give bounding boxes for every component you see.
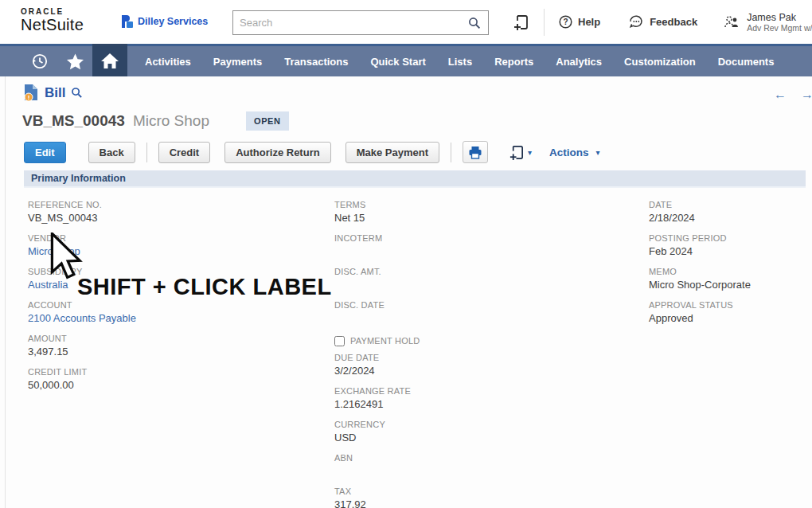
nav-item-payments[interactable]: Payments <box>202 46 273 76</box>
field-value: 1.2162491 <box>334 398 597 410</box>
edit-button[interactable]: Edit <box>24 142 66 163</box>
field-label[interactable]: ABN <box>334 448 597 463</box>
field-label[interactable]: APPROVAL STATUS <box>649 295 812 310</box>
record-name: Micro Shop <box>133 112 209 130</box>
nav-item-documents[interactable]: Documents <box>707 46 786 76</box>
shortcuts-button[interactable] <box>57 46 92 76</box>
netsuite-bill-page: ORACLE NetSuite Dilley Services <box>0 0 812 508</box>
make-payment-button[interactable]: Make Payment <box>345 142 439 163</box>
print-icon <box>468 146 482 159</box>
field-account: ACCOUNT 2100 Accounts Payable <box>28 295 291 329</box>
field-label[interactable]: CREDIT LIMIT <box>28 362 291 377</box>
field-disc-amt: DISC. AMT. <box>334 262 597 295</box>
field-label[interactable]: POSTING PERIOD <box>649 229 812 243</box>
chevron-down-icon: ▾ <box>596 148 600 157</box>
record-pagination: ← → <box>774 88 812 102</box>
search-icon[interactable] <box>468 17 481 29</box>
quick-create-icon[interactable] <box>513 14 529 31</box>
field-label[interactable]: DISC. DATE <box>334 295 597 310</box>
field-terms: TERMS Net 15 <box>334 195 597 229</box>
field-label[interactable]: AMOUNT <box>28 329 291 343</box>
field-value: Feb 2024 <box>649 245 812 257</box>
field-label[interactable]: TAX <box>334 482 597 496</box>
authorize-return-button[interactable]: Authorize Return <box>224 142 330 163</box>
previous-record-icon[interactable]: ← <box>774 88 787 102</box>
bill-record-icon: ! <box>24 84 39 102</box>
main-navbar: Activities Payments Transactions Quick S… <box>0 44 812 76</box>
field-label[interactable]: DISC. AMT. <box>334 262 597 276</box>
field-exchange-rate: EXCHANGE RATE 1.2162491 <box>334 381 597 415</box>
field-label[interactable]: TERMS <box>334 195 597 209</box>
record-title-row: VB_MS_00043 Micro Shop OPEN <box>22 111 289 131</box>
new-record-icon <box>509 144 525 161</box>
nav-item-quick-start[interactable]: Quick Start <box>359 46 436 76</box>
home-icon <box>100 52 119 69</box>
nav-item-activities[interactable]: Activities <box>134 46 202 76</box>
field-label[interactable]: MEMO <box>649 262 812 276</box>
header-actions: ? Help Feedback James Pak <box>502 0 812 44</box>
user-identity: James Pak Adv Rev Mgmt w/ M <box>747 12 812 33</box>
nav-item-customization[interactable]: Customization <box>613 46 707 76</box>
chevron-down-icon: ▾ <box>528 148 532 157</box>
user-name: James Pak <box>747 12 812 23</box>
company-switcher[interactable]: Dilley Services <box>121 15 208 28</box>
star-icon <box>66 53 84 70</box>
top-header: ORACLE NetSuite Dilley Services <box>0 0 812 44</box>
credit-button[interactable]: Credit <box>158 142 211 163</box>
primary-information-section-header[interactable]: Primary Information <box>24 170 806 188</box>
recent-records-icon <box>31 53 49 70</box>
field-label[interactable]: INCOTERM <box>334 229 597 243</box>
field-value-link[interactable]: 2100 Accounts Payable <box>28 312 291 324</box>
field-label[interactable]: DATE <box>649 195 812 209</box>
field-label[interactable]: CURRENCY <box>334 415 597 429</box>
new-record-menu[interactable]: ▾ <box>509 144 532 161</box>
status-badge: OPEN <box>246 111 289 131</box>
toolbar-divider-2 <box>451 143 451 162</box>
help-button[interactable]: ? Help <box>559 15 600 29</box>
home-tab[interactable] <box>92 44 127 76</box>
help-icon: ? <box>559 15 572 29</box>
roles-icon <box>723 14 740 30</box>
svg-text:!: ! <box>28 94 30 101</box>
print-button[interactable] <box>463 141 488 163</box>
actions-menu[interactable]: Actions ▾ <box>549 147 600 158</box>
field-credit-limit: CREDIT LIMIT 50,000.00 <box>28 362 291 396</box>
field-column-3: DATE 2/18/2024 POSTING PERIOD Feb 2024 M… <box>649 195 812 329</box>
record-search-icon[interactable] <box>71 87 83 99</box>
field-value-link[interactable]: Micro Shop <box>28 245 291 257</box>
field-currency: CURRENCY USD <box>334 415 597 448</box>
global-search[interactable] <box>232 10 489 35</box>
field-posting-period: POSTING PERIOD Feb 2024 <box>649 229 812 262</box>
field-value: VB_MS_00043 <box>28 212 291 224</box>
field-reference-no: REFERENCE NO. VB_MS_00043 <box>28 195 291 229</box>
user-menu[interactable]: James Pak Adv Rev Mgmt w/ M <box>723 12 812 33</box>
field-incoterm: INCOTERM <box>334 229 597 262</box>
field-label[interactable]: VENDOR <box>28 229 291 243</box>
field-label[interactable]: DUE DATE <box>334 348 597 362</box>
record-type-header: ! Bill <box>24 84 83 102</box>
field-value: Micro Shop-Corporate <box>649 279 812 291</box>
nav-item-analytics[interactable]: Analytics <box>545 46 613 76</box>
field-label[interactable]: EXCHANGE RATE <box>334 381 597 396</box>
recent-records-button[interactable] <box>22 46 57 76</box>
search-input[interactable] <box>233 17 468 29</box>
back-button[interactable]: Back <box>88 142 135 163</box>
feedback-icon <box>629 15 644 29</box>
field-due-date: DUE DATE 3/2/2024 <box>334 348 597 381</box>
field-column-2: TERMS Net 15 INCOTERM DISC. AMT. DISC. D… <box>334 195 597 508</box>
field-value: 3,497.15 <box>28 346 291 358</box>
record-toolbar: Edit Back Credit Authorize Return Make P… <box>24 141 600 163</box>
nav-item-transactions[interactable]: Transactions <box>273 46 359 76</box>
field-label[interactable]: REFERENCE NO. <box>28 195 291 209</box>
nav-item-lists[interactable]: Lists <box>437 46 483 76</box>
next-record-icon[interactable]: → <box>801 88 812 102</box>
nav-item-reports[interactable]: Reports <box>483 46 545 76</box>
field-abn: ABN <box>334 448 597 482</box>
user-role: Adv Rev Mgmt w/ M <box>747 23 812 33</box>
oracle-netsuite-logo[interactable]: ORACLE NetSuite <box>21 7 84 34</box>
feedback-button[interactable]: Feedback <box>629 15 697 29</box>
actions-label: Actions <box>549 147 589 158</box>
field-label[interactable]: PAYMENT HOLD <box>350 336 420 346</box>
field-date: DATE 2/18/2024 <box>649 195 812 229</box>
payment-hold-checkbox[interactable] <box>334 336 345 346</box>
